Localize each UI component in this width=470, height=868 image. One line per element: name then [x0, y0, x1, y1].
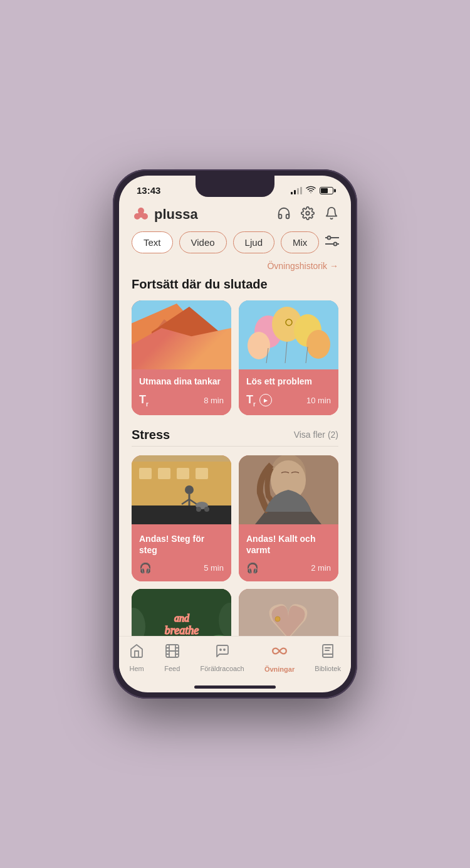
logo: plussa [132, 205, 198, 224]
card-andas-kallt-duration: 2 min [311, 563, 331, 573]
stress-section-header: Stress Visa fler (2) [119, 428, 351, 446]
card-andas-steg-title: Andas! Steg för steg [139, 533, 224, 556]
nav-bibliotek[interactable]: Bibliotek [315, 643, 341, 672]
card-andas-kallt-image [239, 455, 338, 527]
phone-shell: 13:43 [113, 169, 357, 699]
card-andas-steg-meta: 🎧 5 min [139, 562, 224, 574]
text-type-icon2: Tr [246, 393, 256, 408]
card-utmana-icons: Tr [139, 393, 149, 408]
history-label: Övningshistorik [267, 261, 327, 271]
card-los-duration: 10 min [306, 396, 331, 405]
nav-hem[interactable]: Hem [129, 643, 144, 672]
svg-point-49 [275, 617, 280, 622]
card-andas-steg-body: Andas! Steg för steg 🎧 5 min [132, 527, 231, 581]
chat-icon [215, 643, 230, 662]
card-utmana[interactable]: Utmana dina tankar Tr 8 min [132, 300, 231, 415]
svg-point-35 [196, 507, 201, 512]
card-andas-kallt[interactable]: Andas! Kallt och varmt 🎧 2 min [239, 455, 338, 581]
card-andas-steg-image [132, 455, 231, 527]
svg-rect-29 [196, 468, 208, 479]
svg-point-36 [204, 507, 209, 512]
bottom-nav: Hem Feed [119, 636, 351, 685]
nav-foraldracoach[interactable]: Föräldracoach [200, 643, 244, 672]
nav-bibliotek-label: Bibliotek [315, 665, 341, 672]
card-los-body: Lös ett problem Tr ▶ 10 min [239, 369, 338, 415]
card-utmana-title: Utmana dina tankar [139, 376, 224, 387]
svg-point-18 [306, 330, 330, 359]
play-icon: ▶ [259, 394, 272, 406]
svg-rect-28 [177, 468, 189, 479]
home-icon [129, 643, 144, 662]
nav-ovningar[interactable]: Övningar [264, 643, 295, 673]
svg-point-3 [138, 211, 144, 218]
svg-point-7 [328, 236, 331, 240]
filter-video-button[interactable]: Video [179, 231, 227, 253]
section-continue-title: Fortsätt där du slutade [119, 277, 351, 300]
svg-point-17 [248, 332, 270, 359]
svg-point-59 [224, 649, 225, 650]
card-andas-kallt-body: Andas! Kallt och varmt 🎧 2 min [239, 527, 338, 581]
nav-ovningar-label: Övningar [264, 665, 295, 673]
filter-ljud-button[interactable]: Ljud [233, 231, 274, 253]
card-los-image [239, 300, 338, 369]
svg-point-30 [185, 485, 194, 494]
nav-feed-label: Feed [164, 665, 180, 672]
app-header: plussa [119, 200, 351, 231]
filter-options-icon[interactable] [325, 235, 339, 250]
nav-foraldracoach-label: Föräldracoach [200, 665, 244, 672]
logo-text: plussa [154, 206, 198, 223]
card-breathe-image: and breathe [132, 589, 231, 636]
card-andas-steg[interactable]: Andas! Steg för steg 🎧 5 min [132, 455, 231, 581]
svg-text:and: and [174, 613, 190, 623]
card-utmana-image [132, 300, 231, 369]
card-andas-steg-duration: 5 min [204, 563, 224, 573]
books-icon [320, 643, 335, 662]
history-link[interactable]: Övningshistorik → [119, 258, 351, 277]
card-los-meta: Tr ▶ 10 min [246, 393, 331, 408]
signal-icon [291, 187, 302, 194]
stress-divider [132, 446, 338, 447]
card-utmana-duration: 8 min [204, 396, 224, 405]
nav-feed[interactable]: Feed [164, 643, 180, 672]
status-icons [291, 184, 333, 196]
settings-icon[interactable] [301, 206, 315, 223]
battery-icon [320, 187, 333, 194]
visa-fler-link[interactable]: Visa fler (2) [294, 430, 338, 440]
text-type-icon: Tr [139, 393, 149, 408]
card-los[interactable]: Lös ett problem Tr ▶ 10 min [239, 300, 338, 415]
home-indicator [194, 685, 276, 689]
header-icons [277, 206, 338, 223]
card-andas-kallt-title: Andas! Kallt och varmt [246, 533, 331, 556]
continue-cards-grid: Utmana dina tankar Tr 8 min [119, 300, 351, 428]
card-breathe[interactable]: and breathe and breathe Tr 4 min [132, 589, 231, 636]
card-heart-image [239, 589, 338, 636]
history-arrow: → [330, 261, 338, 271]
card-los-title: Lös ett problem [246, 376, 331, 387]
svg-point-58 [220, 649, 221, 650]
svg-text:breathe: breathe [165, 624, 199, 636]
svg-rect-26 [139, 468, 152, 479]
card-utmana-meta: Tr 8 min [139, 393, 224, 408]
headset-icon[interactable] [277, 206, 291, 223]
notch [196, 176, 274, 197]
nav-hem-label: Hem [129, 665, 144, 672]
phone-screen: 13:43 [119, 176, 351, 692]
card-heart[interactable]: Kärlek och omsorg 🎧 6 min [239, 589, 338, 636]
stress-cards-grid: Andas! Steg för steg 🎧 5 min [119, 455, 351, 636]
svg-point-8 [334, 243, 337, 246]
audio-icon: 🎧 [139, 562, 152, 574]
stress-section-title: Stress [132, 428, 170, 442]
infinity-icon [271, 643, 288, 663]
svg-rect-27 [158, 468, 170, 479]
screen-content[interactable]: plussa [119, 200, 351, 636]
card-utmana-body: Utmana dina tankar Tr 8 min [132, 369, 231, 415]
audio-icon2: 🎧 [246, 562, 259, 574]
card-andas-kallt-meta: 🎧 2 min [246, 562, 331, 574]
film-icon [165, 643, 180, 662]
filter-text-button[interactable]: Text [132, 231, 173, 253]
filter-row: Text Video Ljud Mix [119, 231, 351, 253]
logo-icon [132, 205, 150, 224]
bell-icon[interactable] [325, 206, 338, 223]
filter-mix-button[interactable]: Mix [281, 231, 319, 253]
status-time: 13:43 [137, 185, 160, 196]
